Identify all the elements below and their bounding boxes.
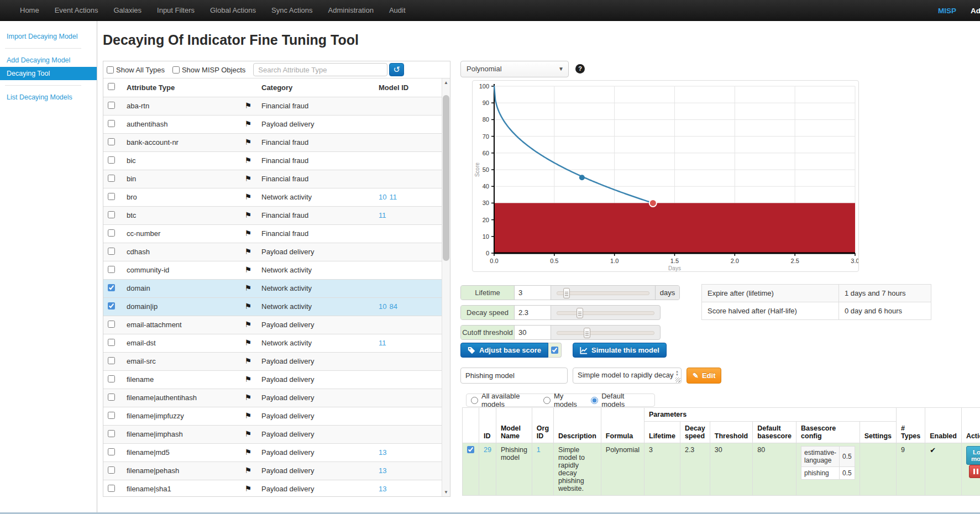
- attribute-row-bro[interactable]: bro⚑Network activity1011: [103, 188, 442, 206]
- filter-radio[interactable]: [543, 397, 551, 404]
- attribute-row-bin[interactable]: bin⚑Financial fraud: [103, 170, 442, 188]
- model-id-link[interactable]: 11: [379, 211, 386, 219]
- slider-handle[interactable]: [584, 328, 590, 338]
- scroll-down-icon[interactable]: ▼: [442, 488, 450, 496]
- row-checkbox[interactable]: [108, 302, 115, 310]
- slider-track[interactable]: [557, 306, 654, 319]
- user-menu[interactable]: Adm: [971, 7, 980, 15]
- attribute-row-bank-account-nr[interactable]: bank-account-nr⚑Financial fraud: [103, 133, 442, 151]
- slider-track[interactable]: [557, 326, 654, 339]
- sidebar-item-list-decaying-models[interactable]: List Decaying Models: [0, 91, 97, 104]
- nav-item-audit[interactable]: Audit: [381, 6, 413, 14]
- show-all-types-option[interactable]: Show All Types: [107, 66, 165, 74]
- adjust-base-score-button[interactable]: Adjust base score: [460, 343, 548, 358]
- flag-icon[interactable]: ⚑: [244, 101, 251, 110]
- model-id-link[interactable]: 10: [379, 302, 386, 311]
- row-checkbox[interactable]: [108, 412, 115, 419]
- sidebar-item-import-decaying-model[interactable]: Import Decaying Model: [0, 30, 97, 43]
- model-description-textarea[interactable]: Simple model to rapidly decay ▲▼: [573, 368, 682, 384]
- row-checkbox[interactable]: [108, 394, 115, 401]
- show-misp-objects-option[interactable]: Show MISP Objects: [172, 66, 245, 74]
- row-checkbox[interactable]: [108, 466, 115, 474]
- flag-icon[interactable]: ⚑: [244, 247, 251, 256]
- attribute-row-filename-sha1[interactable]: filename|sha1⚑Payload delivery13: [103, 480, 442, 498]
- model-id-link[interactable]: 29: [484, 446, 491, 454]
- attribute-row-email-dst[interactable]: email-dst⚑Network activity11: [103, 334, 442, 352]
- attribute-row-filename-imphash[interactable]: filename|imphash⚑Payload delivery: [103, 425, 442, 443]
- scroll-up-icon[interactable]: ▲: [442, 78, 450, 87]
- flag-icon[interactable]: ⚑: [244, 393, 251, 402]
- row-checkbox[interactable]: [108, 229, 115, 237]
- nav-item-event-actions[interactable]: Event Actions: [47, 6, 106, 14]
- simulate-model-button[interactable]: Simulate this model: [573, 343, 667, 358]
- flag-icon[interactable]: ⚑: [244, 448, 251, 457]
- textarea-scroll-arrows[interactable]: ▲▼: [675, 370, 679, 376]
- slider-value-input[interactable]: 3: [515, 286, 551, 300]
- flag-icon[interactable]: ⚑: [244, 320, 251, 329]
- attribute-row-community-id[interactable]: community-id⚑Network activity: [103, 261, 442, 279]
- pause-model-button[interactable]: [969, 465, 980, 478]
- model-id-link[interactable]: 10: [379, 193, 386, 201]
- slider-track[interactable]: [557, 286, 649, 300]
- row-checkbox[interactable]: [108, 193, 115, 200]
- flag-icon[interactable]: ⚑: [244, 156, 251, 165]
- model-row[interactable]: 29 Phishing model 1 Simple model to rapi…: [463, 443, 980, 496]
- sidebar-item-add-decaying-model[interactable]: Add Decaying Model: [0, 54, 97, 67]
- attribute-row-cdhash[interactable]: cdhash⚑Payload delivery: [103, 243, 442, 261]
- model-id-link[interactable]: 11: [379, 339, 386, 347]
- attribute-row-aba-rtn[interactable]: aba-rtn⚑Financial fraud: [103, 97, 442, 115]
- flag-icon[interactable]: ⚑: [244, 138, 251, 146]
- row-checkbox[interactable]: [108, 102, 115, 109]
- attribute-row-domain[interactable]: domain⚑Network activity: [103, 279, 442, 297]
- attribute-row-filename-impfuzzy[interactable]: filename|impfuzzy⚑Payload delivery: [103, 407, 442, 425]
- row-checkbox[interactable]: [108, 485, 115, 492]
- flag-icon[interactable]: ⚑: [244, 174, 251, 183]
- adjust-basescore-checkbox[interactable]: [551, 347, 558, 354]
- attribute-row-btc[interactable]: btc⚑Financial fraud11: [103, 206, 442, 224]
- row-checkbox[interactable]: [108, 448, 115, 455]
- flag-icon[interactable]: ⚑: [244, 284, 251, 292]
- filter-option-my-models[interactable]: My models: [543, 392, 582, 408]
- marker-cutoff-point[interactable]: [649, 200, 657, 207]
- slider-value-input[interactable]: 2.3: [515, 306, 551, 319]
- models-row-checkbox[interactable]: [467, 446, 474, 453]
- resize-grip-icon[interactable]: [675, 377, 680, 382]
- row-checkbox[interactable]: [108, 266, 115, 273]
- nav-item-input-filters[interactable]: Input Filters: [149, 6, 202, 14]
- model-id-link[interactable]: 84: [389, 302, 397, 311]
- model-id-link[interactable]: 13: [379, 466, 386, 475]
- slider-handle[interactable]: [577, 308, 583, 318]
- filter-option-default-models[interactable]: Default models: [591, 392, 641, 408]
- row-checkbox[interactable]: [108, 284, 115, 291]
- nav-item-galaxies[interactable]: Galaxies: [106, 6, 149, 14]
- filter-radio[interactable]: [591, 397, 598, 404]
- filter-option-all-available-models[interactable]: All available models: [471, 392, 534, 408]
- model-id-link[interactable]: 11: [389, 193, 397, 201]
- row-checkbox[interactable]: [108, 321, 115, 328]
- show-all-types-checkbox[interactable]: [107, 66, 114, 74]
- attribute-row-filename-authentihash[interactable]: filename|authentihash⚑Payload delivery: [103, 389, 442, 407]
- help-icon[interactable]: ?: [575, 64, 585, 74]
- flag-icon[interactable]: ⚑: [244, 484, 251, 493]
- filter-radio[interactable]: [471, 397, 478, 404]
- flag-icon[interactable]: ⚑: [244, 302, 251, 311]
- attribute-row-authentihash[interactable]: authentihash⚑Payload delivery: [103, 115, 442, 133]
- row-checkbox[interactable]: [108, 248, 115, 255]
- formula-select[interactable]: Polynomial ▼: [460, 61, 569, 77]
- attribute-row-email-src[interactable]: email-src⚑Payload delivery: [103, 352, 442, 370]
- flag-icon[interactable]: ⚑: [244, 375, 251, 384]
- nav-item-administration[interactable]: Administration: [321, 6, 381, 14]
- flag-icon[interactable]: ⚑: [244, 229, 251, 238]
- decay-simulation-chart[interactable]: 01020304050607080901000.00.51.01.52.02.5…: [473, 81, 858, 271]
- attribute-row-email-attachment[interactable]: email-attachment⚑Payload delivery: [103, 316, 442, 334]
- row-checkbox[interactable]: [108, 175, 115, 182]
- attribute-row-filename[interactable]: filename⚑Payload delivery: [103, 370, 442, 389]
- flag-icon[interactable]: ⚑: [244, 265, 251, 274]
- flag-icon[interactable]: ⚑: [244, 211, 251, 219]
- attribute-row-filename-pehash[interactable]: filename|pehash⚑Payload delivery13: [103, 461, 442, 480]
- load-model-button[interactable]: Load model: [966, 446, 980, 465]
- row-checkbox[interactable]: [108, 211, 115, 218]
- row-checkbox[interactable]: [108, 375, 115, 382]
- reset-search-button[interactable]: ↺: [389, 63, 404, 76]
- flag-icon[interactable]: ⚑: [244, 466, 251, 475]
